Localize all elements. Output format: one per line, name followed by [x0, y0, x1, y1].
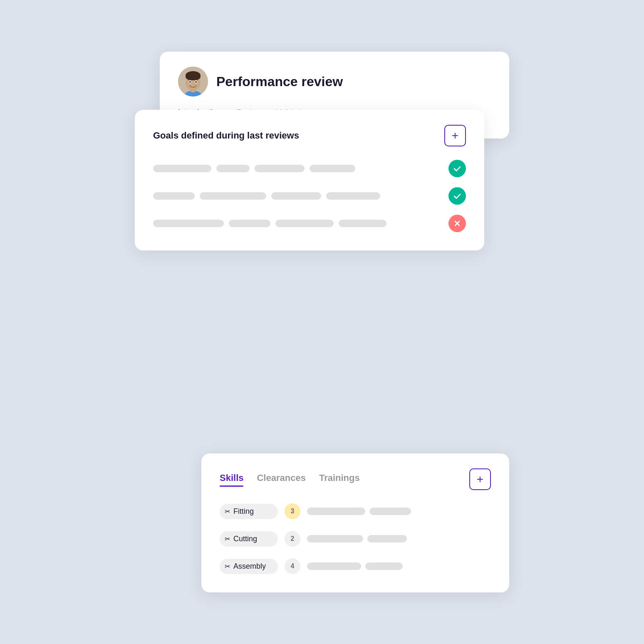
skill-pills [307, 535, 491, 542]
card-title: Performance review [216, 74, 343, 89]
status-success-icon [448, 160, 466, 177]
svg-point-8 [189, 81, 191, 83]
goal-pill [229, 220, 270, 227]
skill-pill [369, 508, 411, 515]
skill-pill [307, 508, 365, 515]
skill-badge: 3 [285, 503, 300, 519]
goals-card: Goals defined during last reviews + [135, 110, 484, 250]
tool-icon: ✂ [225, 562, 230, 570]
skills-tab-trainings[interactable]: Trainings [319, 473, 360, 486]
card-header: Performance review [178, 67, 491, 97]
goals-title: Goals defined during last reviews [153, 130, 299, 141]
skills-tab-bar: Skills Clearances Trainings + [220, 468, 491, 490]
goal-pill [326, 192, 380, 200]
goal-row [153, 160, 466, 177]
goal-pill [153, 220, 224, 227]
goal-row [153, 215, 466, 232]
tool-icon: ✂ [225, 535, 230, 543]
skill-badge: 2 [285, 531, 300, 547]
skill-pills [307, 508, 491, 515]
skill-tag-assembly: ✂ Assembly [220, 559, 278, 574]
skill-row: ✂ Cutting 2 [220, 531, 491, 547]
goal-pill [255, 165, 305, 172]
skill-pill [307, 535, 363, 542]
goal-pill [271, 192, 321, 200]
svg-point-9 [195, 81, 197, 83]
status-fail-icon [448, 215, 466, 232]
skills-card: Skills Clearances Trainings + ✂ Fitting … [201, 453, 509, 592]
goal-pill [153, 165, 211, 172]
skill-pill [365, 562, 403, 570]
goal-pill [200, 192, 266, 200]
goals-header: Goals defined during last reviews + [153, 125, 466, 146]
skills-tab-skills[interactable]: Skills [220, 473, 243, 486]
add-skill-button[interactable]: + [469, 468, 491, 490]
add-goal-button[interactable]: + [444, 125, 466, 146]
skill-pill [307, 562, 361, 570]
skill-name: Assembly [233, 562, 266, 571]
goal-pill [216, 165, 250, 172]
skill-row: ✂ Fitting 3 [220, 503, 491, 519]
goal-pill [153, 192, 195, 200]
skill-row: ✂ Assembly 4 [220, 558, 491, 574]
skill-tag-cutting: ✂ Cutting [220, 531, 278, 547]
goal-pill [275, 220, 334, 227]
status-success-icon [448, 187, 466, 205]
goal-row [153, 187, 466, 205]
skill-badge: 4 [285, 558, 300, 574]
tool-icon: ✂ [225, 508, 230, 515]
scene: Performance review Introduction Review V… [135, 52, 509, 592]
svg-point-5 [186, 74, 201, 80]
skill-tag-fitting: ✂ Fitting [220, 504, 278, 519]
skill-pill [367, 535, 407, 542]
avatar [178, 67, 208, 97]
goal-pill [339, 220, 386, 227]
skills-tab-clearances[interactable]: Clearances [257, 473, 305, 486]
goal-pill [310, 165, 355, 172]
skill-name: Cutting [233, 535, 257, 543]
skill-name: Fitting [233, 507, 254, 516]
skill-pills [307, 562, 491, 570]
